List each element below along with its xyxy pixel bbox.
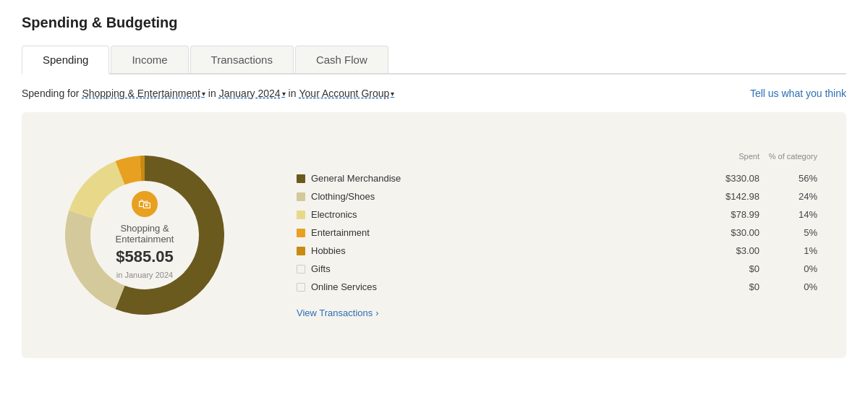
tab-income[interactable]: Income bbox=[111, 46, 188, 73]
legend-spent: $0 bbox=[702, 281, 760, 292]
date-chevron-icon: ▾ bbox=[282, 90, 286, 98]
donut-segment[interactable] bbox=[65, 211, 124, 309]
filter-prefix: Spending for bbox=[22, 88, 79, 99]
legend-pct: 14% bbox=[760, 209, 817, 220]
legend-category-label: Clothing/Shoes bbox=[311, 191, 375, 202]
color-swatch bbox=[297, 174, 305, 183]
legend-category: General Merchandise bbox=[297, 173, 702, 184]
legend-row: Gifts $0 0% bbox=[297, 260, 817, 278]
legend-category-label: Gifts bbox=[311, 263, 331, 274]
legend-category: Online Services bbox=[297, 281, 702, 292]
legend-row: Electronics $78.99 14% bbox=[297, 205, 817, 224]
color-swatch bbox=[297, 247, 305, 255]
legend-col-spent: Spent bbox=[702, 152, 760, 161]
color-swatch bbox=[297, 229, 305, 237]
legend-category-label: Online Services bbox=[311, 281, 377, 292]
legend-category-label: Hobbies bbox=[311, 245, 346, 256]
legend-spent: $142.98 bbox=[702, 191, 760, 202]
donut-segment[interactable] bbox=[69, 161, 124, 218]
legend-category-label: General Merchandise bbox=[311, 173, 401, 184]
legend-area: Spent % of category General Merchandise … bbox=[297, 152, 817, 318]
chevron-right-icon: › bbox=[375, 307, 378, 318]
view-transactions-link[interactable]: View Transactions › bbox=[297, 307, 817, 318]
legend-pct: 0% bbox=[760, 263, 817, 274]
filter-controls: Spending for Shopping & Entertainment ▾ … bbox=[22, 88, 394, 99]
page-title: Spending & Budgeting bbox=[22, 14, 846, 31]
legend-category: Electronics bbox=[297, 209, 702, 220]
legend-header: Spent % of category bbox=[297, 152, 817, 164]
filter-row: Spending for Shopping & Entertainment ▾ … bbox=[22, 88, 846, 99]
legend-pct: 5% bbox=[760, 227, 817, 238]
filter-category[interactable]: Shopping & Entertainment ▾ bbox=[82, 88, 205, 99]
legend-row: Clothing/Shoes $142.98 24% bbox=[297, 187, 817, 205]
tab-cashflow[interactable]: Cash Flow bbox=[295, 46, 388, 73]
legend-spent: $0 bbox=[702, 263, 760, 274]
legend-category: Entertainment bbox=[297, 227, 702, 238]
legend-col-pct: % of category bbox=[760, 152, 817, 161]
feedback-link[interactable]: Tell us what you think bbox=[750, 88, 846, 99]
filter-account[interactable]: Your Account Group ▾ bbox=[299, 88, 395, 99]
legend-spent: $3.00 bbox=[702, 245, 760, 256]
tabs-bar: Spending Income Transactions Cash Flow bbox=[22, 46, 846, 75]
legend-pct: 1% bbox=[760, 245, 817, 256]
legend-spent: $330.08 bbox=[702, 173, 760, 184]
tab-spending[interactable]: Spending bbox=[22, 46, 109, 75]
category-chevron-icon: ▾ bbox=[202, 90, 205, 98]
legend-row: Entertainment $30.00 5% bbox=[297, 224, 817, 242]
legend-pct: 56% bbox=[760, 173, 817, 184]
donut-svg bbox=[51, 141, 239, 329]
legend-pct: 0% bbox=[760, 281, 817, 292]
color-swatch bbox=[297, 211, 305, 219]
color-swatch bbox=[297, 283, 305, 292]
account-chevron-icon: ▾ bbox=[391, 90, 394, 98]
legend-category-label: Electronics bbox=[311, 209, 357, 220]
legend-row: General Merchandise $330.08 56% bbox=[297, 169, 817, 187]
legend-category: Clothing/Shoes bbox=[297, 191, 702, 202]
donut-chart: 🛍 Shopping & Entertainment $585.05 in Ja… bbox=[51, 141, 239, 329]
legend-spent: $78.99 bbox=[702, 209, 760, 220]
color-swatch bbox=[297, 265, 305, 273]
legend-category: Gifts bbox=[297, 263, 702, 274]
page-container: Spending & Budgeting Spending Income Tra… bbox=[0, 0, 868, 373]
chart-area: 🛍 Shopping & Entertainment $585.05 in Ja… bbox=[22, 112, 846, 358]
filter-date[interactable]: January 2024 ▾ bbox=[219, 88, 286, 99]
legend-category-label: Entertainment bbox=[311, 227, 370, 238]
color-swatch bbox=[297, 192, 305, 201]
legend-row: Hobbies $3.00 1% bbox=[297, 242, 817, 260]
legend-rows: General Merchandise $330.08 56% Clothing… bbox=[297, 169, 817, 296]
legend-pct: 24% bbox=[760, 191, 817, 202]
legend-spent: $30.00 bbox=[702, 227, 760, 238]
legend-category: Hobbies bbox=[297, 245, 702, 256]
legend-row: Online Services $0 0% bbox=[297, 278, 817, 296]
tab-transactions[interactable]: Transactions bbox=[190, 46, 294, 73]
